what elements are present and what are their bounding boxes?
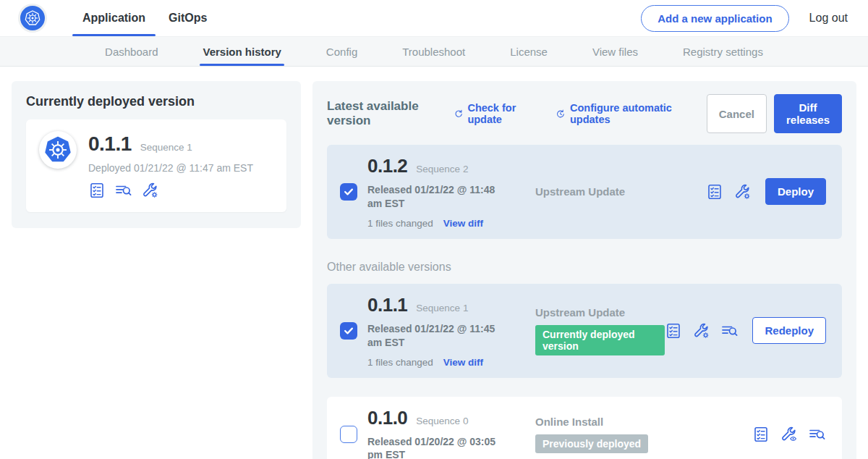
deployed-version-info: 0.1.1 Sequence 1 Deployed 01/21/22 @ 11:… [88, 131, 253, 199]
view-diff-link[interactable]: View diff [443, 357, 483, 368]
top-nav: Application GitOps [71, 0, 218, 36]
released-timestamp: Released 01/20/22 @ 03:05 pm EST [367, 435, 512, 459]
other-versions-title: Other available versions [327, 261, 842, 274]
subtab-license[interactable]: License [507, 37, 550, 66]
subtab-troubleshoot[interactable]: Troubleshoot [399, 37, 468, 66]
subtab-dashboard[interactable]: Dashboard [102, 37, 161, 66]
deployed-panel-title: Currently deployed version [26, 94, 286, 109]
main-content: Currently deployed version 0.1.1 Sequenc… [0, 67, 868, 459]
files-changed-line: 1 files changed View diff [367, 218, 532, 229]
deployed-timestamp: Deployed 01/21/22 @ 11:47 am EST [88, 162, 253, 174]
version-sequence: Sequence 0 [416, 416, 468, 426]
version-number: 0.1.1 [367, 294, 407, 316]
subtab-version-history[interactable]: Version history [200, 37, 284, 66]
wrench-gear-config-icon[interactable] [693, 322, 710, 340]
kubernetes-logo-icon [20, 6, 45, 30]
view-logs-icon[interactable] [809, 426, 826, 443]
view-diff-link[interactable]: View diff [443, 218, 483, 229]
check-for-update-label: Check for update [467, 102, 537, 125]
version-checkbox[interactable] [340, 426, 357, 443]
deployed-version-number: 0.1.1 [88, 132, 132, 156]
preflight-checklist-icon[interactable] [706, 183, 723, 201]
currently-deployed-panel: Currently deployed version 0.1.1 Sequenc… [12, 81, 301, 228]
version-actions: Redeploy [665, 317, 829, 344]
subtab-view-files[interactable]: View files [590, 37, 641, 66]
configure-automatic-updates-label: Configure automatic updates [570, 102, 688, 125]
view-logs-icon[interactable] [115, 182, 132, 199]
version-info: 0.1.1 Sequence 1 Released 01/21/22 @ 11:… [367, 294, 532, 368]
released-timestamp: Released 01/21/22 @ 11:48 am EST [367, 183, 512, 211]
version-checkbox[interactable] [340, 322, 357, 340]
version-actions: Deploy [706, 178, 829, 205]
version-row-0-1-1: 0.1.1 Sequence 1 Released 01/21/22 @ 11:… [327, 284, 842, 378]
version-status: Upstream Update Currently deployed versi… [532, 306, 665, 355]
clock-refresh-icon [556, 108, 566, 120]
deploy-button[interactable]: Deploy [765, 178, 826, 205]
add-application-button[interactable]: Add a new application [641, 5, 788, 32]
version-info: 0.1.0 Sequence 0 Released 01/20/22 @ 03:… [367, 407, 532, 459]
header-actions: Cancel Diff releases [707, 94, 842, 133]
wrench-gear-config-icon[interactable] [142, 182, 159, 199]
version-status: Upstream Update [532, 185, 706, 198]
preflight-checklist-icon[interactable] [752, 426, 770, 443]
app-sub-nav: Dashboard Version history Config Trouble… [0, 36, 868, 67]
files-changed-count: 1 files changed [367, 218, 433, 229]
version-number: 0.1.0 [367, 407, 407, 429]
version-info: 0.1.2 Sequence 2 Released 01/21/22 @ 11:… [367, 155, 532, 229]
files-changed-line: 1 files changed View diff [367, 357, 532, 368]
top-bar: Application GitOps Add a new application… [0, 0, 868, 36]
logout-link[interactable]: Log out [809, 12, 848, 25]
deployed-version-sequence: Sequence 1 [140, 142, 192, 153]
wrench-eye-config-icon[interactable] [780, 426, 798, 443]
diff-releases-button[interactable]: Diff releases [774, 94, 842, 133]
subtab-config-label: Config [326, 46, 357, 58]
available-panel-title: Latest available version [327, 99, 441, 128]
currently-deployed-badge: Currently deployed version [535, 325, 665, 355]
circular-refresh-icon [454, 108, 464, 120]
version-status: Online Install Previously deployed [532, 416, 752, 453]
preflight-checklist-icon[interactable] [665, 322, 682, 340]
version-source: Online Install [535, 416, 603, 428]
check-for-update-link[interactable]: Check for update [454, 102, 537, 125]
deployed-icon-row [88, 182, 253, 199]
version-source: Upstream Update [535, 185, 625, 198]
version-sequence: Sequence 2 [416, 164, 468, 174]
app-icon [39, 131, 77, 169]
tab-application[interactable]: Application [71, 0, 157, 36]
tab-gitops-label: GitOps [169, 12, 207, 25]
subtab-dashboard-label: Dashboard [105, 46, 158, 58]
subtab-troubleshoot-label: Troubleshoot [402, 46, 465, 58]
subtab-config[interactable]: Config [323, 37, 360, 66]
deployed-version-card: 0.1.1 Sequence 1 Deployed 01/21/22 @ 11:… [26, 119, 286, 212]
subtab-view-files-label: View files [592, 46, 638, 58]
available-header: Latest available version Check for updat… [327, 94, 842, 133]
subtab-registry-settings[interactable]: Registry settings [680, 37, 766, 66]
version-row-0-1-2: 0.1.2 Sequence 2 Released 01/21/22 @ 11:… [327, 145, 842, 239]
version-checkbox[interactable] [340, 183, 357, 201]
available-versions-panel: Latest available version Check for updat… [312, 81, 856, 459]
subtab-license-label: License [510, 46, 548, 58]
released-timestamp: Released 01/21/22 @ 11:45 am EST [367, 322, 512, 350]
subtab-version-history-label: Version history [203, 46, 281, 58]
wrench-gear-config-icon[interactable] [734, 183, 752, 201]
version-source: Upstream Update [535, 306, 625, 319]
view-logs-icon[interactable] [721, 322, 739, 340]
version-sequence: Sequence 1 [416, 303, 468, 313]
version-actions [752, 426, 829, 443]
tab-gitops[interactable]: GitOps [157, 0, 218, 36]
tab-application-label: Application [82, 12, 145, 25]
previously-deployed-badge: Previously deployed [535, 434, 648, 453]
version-number: 0.1.2 [367, 155, 407, 177]
preflight-checklist-icon[interactable] [88, 182, 106, 199]
files-changed-count: 1 files changed [367, 357, 433, 368]
version-row-0-1-0: 0.1.0 Sequence 0 Released 01/20/22 @ 03:… [327, 397, 842, 459]
cancel-button[interactable]: Cancel [707, 94, 767, 133]
configure-automatic-updates-link[interactable]: Configure automatic updates [556, 102, 688, 125]
subtab-registry-settings-label: Registry settings [683, 46, 763, 58]
redeploy-button[interactable]: Redeploy [752, 317, 826, 344]
